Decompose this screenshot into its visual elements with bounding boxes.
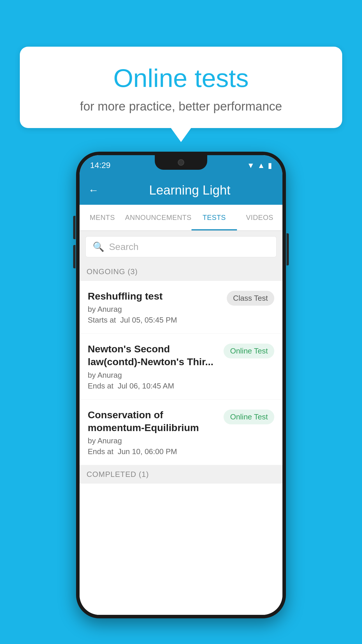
camera: [178, 159, 184, 166]
test-item-3[interactable]: Conservation of momentum-Equilibrium by …: [80, 400, 282, 465]
test-item-1[interactable]: Reshuffling test by Anurag Starts at Jul…: [80, 281, 282, 334]
test-item-2[interactable]: Newton's Second law(contd)-Newton's Thir…: [80, 334, 282, 399]
badge-class-test-1: Class Test: [227, 291, 274, 306]
search-container: 🔍 Search: [80, 231, 282, 262]
tab-videos[interactable]: VIDEOS: [237, 205, 282, 230]
bubble-title: Online tests: [34, 64, 328, 92]
phone-wrapper: 14:29 ▼ ▲ ▮ ← Learning Light MENTS ANNOU…: [76, 152, 286, 618]
test-author-1: by Anurag: [88, 305, 222, 314]
ongoing-label: ONGOING (3): [87, 267, 138, 276]
app-bar: ← Learning Light: [80, 176, 282, 205]
test-info-1: Reshuffling test by Anurag Starts at Jul…: [88, 290, 222, 325]
tab-tests[interactable]: TESTS: [191, 205, 237, 230]
signal-icon: ▲: [257, 161, 265, 170]
test-info-2: Newton's Second law(contd)-Newton's Thir…: [88, 342, 219, 390]
test-date-1: Starts at Jul 05, 05:45 PM: [88, 316, 222, 325]
tests-list: Reshuffling test by Anurag Starts at Jul…: [80, 281, 282, 615]
test-date-3: Ends at Jun 10, 06:00 PM: [88, 447, 219, 456]
battery-icon: ▮: [268, 161, 272, 170]
ongoing-section-header: ONGOING (3): [80, 262, 282, 281]
search-bar[interactable]: 🔍 Search: [85, 236, 277, 257]
wifi-icon: ▼: [247, 161, 255, 170]
badge-online-test-3: Online Test: [224, 410, 274, 424]
tab-ments[interactable]: MENTS: [80, 205, 125, 230]
status-icons: ▼ ▲ ▮: [247, 161, 272, 170]
phone-notch: [155, 155, 207, 170]
tabs-bar: MENTS ANNOUNCEMENTS TESTS VIDEOS: [80, 205, 282, 231]
test-title-1: Reshuffling test: [88, 290, 222, 302]
tab-announcements[interactable]: ANNOUNCEMENTS: [125, 205, 191, 230]
back-button[interactable]: ←: [88, 184, 99, 196]
completed-section-header: COMPLETED (1): [80, 465, 282, 484]
vol-down-button[interactable]: [73, 245, 75, 268]
phone-frame: 14:29 ▼ ▲ ▮ ← Learning Light MENTS ANNOU…: [76, 152, 286, 618]
search-icon: 🔍: [93, 241, 104, 252]
test-author-3: by Anurag: [88, 436, 219, 445]
vol-up-button[interactable]: [73, 216, 75, 239]
test-author-2: by Anurag: [88, 371, 219, 380]
power-button[interactable]: [287, 233, 289, 265]
test-title-2: Newton's Second law(contd)-Newton's Thir…: [88, 342, 219, 368]
bubble-subtitle: for more practice, better performance: [34, 99, 328, 113]
app-title: Learning Light: [106, 183, 274, 197]
phone-screen: 14:29 ▼ ▲ ▮ ← Learning Light MENTS ANNOU…: [80, 155, 282, 615]
completed-label: COMPLETED (1): [87, 470, 149, 479]
search-placeholder: Search: [109, 242, 138, 252]
badge-online-test-2: Online Test: [224, 344, 274, 358]
test-info-3: Conservation of momentum-Equilibrium by …: [88, 408, 219, 456]
test-title-3: Conservation of momentum-Equilibrium: [88, 408, 219, 434]
test-date-2: Ends at Jul 06, 10:45 AM: [88, 382, 219, 391]
speech-bubble: Online tests for more practice, better p…: [20, 47, 342, 128]
status-time: 14:29: [90, 161, 110, 170]
